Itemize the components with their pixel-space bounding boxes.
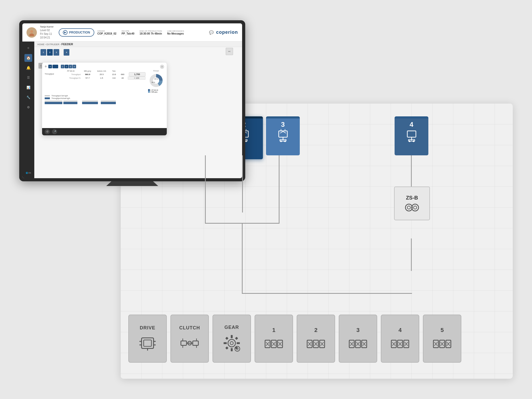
feeder-tab-2[interactable]: 2	[65, 65, 68, 68]
svg-point-28	[412, 204, 418, 211]
svg-rect-54	[225, 347, 228, 350]
sidebar-home[interactable]: 🏠	[24, 54, 32, 62]
svg-text:38 %: 38 %	[151, 82, 155, 83]
mini-feeder-2[interactable]: 2	[47, 49, 53, 56]
order-info: ORDER COP_K2019_02	[97, 30, 116, 35]
legend-item-1: 1 PP MI 20	[148, 89, 164, 91]
svg-point-25	[409, 140, 410, 142]
barrel-5-box[interactable]: 5	[423, 315, 461, 363]
popup-bottom-bar: ⏱ 🎤	[42, 128, 167, 135]
sidebar-icon-1: ⚙	[24, 44, 32, 52]
svg-point-27	[405, 204, 412, 211]
recipe-info: RECIPE PP_Talc40	[122, 30, 134, 35]
drive-box[interactable]: DRIVE	[128, 315, 167, 363]
svg-point-46	[228, 340, 236, 347]
gear-box[interactable]: GEAR	[212, 315, 251, 363]
mini-vacuum[interactable]: VAC	[226, 48, 233, 55]
bar-group-2	[63, 101, 81, 104]
svg-point-30	[414, 206, 417, 209]
user-info: Tanja Karrer Level 02 Fri Sep 11 10:54:2…	[40, 25, 56, 39]
feeder-tab-1[interactable]: 1	[61, 65, 64, 68]
popup-close-button[interactable]: ×	[160, 65, 164, 69]
feeder-tab-3[interactable]: 3	[69, 65, 72, 68]
svg-rect-15	[279, 131, 287, 137]
throughput-popup: × ⚙ ≡	[42, 63, 167, 135]
language-indicator[interactable]: 🌐 EN	[26, 172, 31, 174]
end-production-info: END OF PRODUCTION 18:30:00 7h 48min	[139, 30, 162, 35]
legend-item-2: 2 MB grey	[148, 91, 164, 93]
svg-rect-53	[235, 337, 238, 340]
sidebar-list[interactable]: ☰	[24, 74, 32, 82]
mini-feeder-1[interactable]: 1	[41, 49, 46, 56]
svg-point-104	[29, 33, 34, 36]
mic-button[interactable]: 🎤	[52, 129, 57, 134]
popup-tab-icon[interactable]: ≡	[48, 65, 52, 68]
svg-point-18	[280, 140, 282, 142]
speed-button[interactable]: ⏱	[45, 129, 50, 134]
pie-chart: 20 % 38 %	[148, 72, 164, 89]
chat-icon[interactable]: 💬	[209, 30, 214, 35]
zsb-box[interactable]: ZS-B	[394, 187, 430, 220]
barrel-3-box[interactable]: 3	[339, 315, 377, 363]
svg-rect-32	[144, 340, 151, 346]
monitor-stand	[106, 181, 158, 186]
popup-tab-bar	[52, 65, 58, 68]
bar-group-3	[82, 101, 100, 104]
svg-rect-50	[224, 342, 227, 344]
bar-group-1	[45, 101, 62, 104]
barrel-1-box[interactable]: 1	[255, 315, 293, 363]
svg-rect-51	[237, 342, 240, 344]
breadcrumb: HOME › EXTRUDER › FEEDER	[34, 42, 242, 47]
line-messages-info: LINE MESSAGES No Messages	[167, 30, 184, 35]
svg-rect-39	[193, 341, 198, 345]
svg-rect-49	[231, 348, 232, 351]
feeder-tab-4[interactable]: 4	[72, 65, 76, 68]
large-feeder-4[interactable]: 4	[395, 116, 428, 155]
user-avatar	[26, 27, 37, 38]
sidebar-gear[interactable]: ⚙	[24, 103, 32, 111]
sidebar-bell[interactable]: 🔔	[24, 64, 32, 72]
svg-point-103	[30, 30, 33, 33]
svg-rect-48	[231, 335, 232, 338]
sidebar-wrench[interactable]: 🔧	[24, 94, 32, 101]
sidebar: ⚙ 🏠 🔔 ☰ 📊 🔧 ⚙ 🌐 EN	[22, 42, 34, 178]
filter-icon[interactable]: ⚙	[45, 65, 47, 68]
barrel-2-box[interactable]: 2	[297, 315, 335, 363]
svg-point-11	[245, 140, 247, 142]
svg-point-19	[284, 140, 286, 142]
svg-rect-22	[407, 131, 416, 137]
svg-point-26	[413, 140, 414, 142]
svg-rect-52	[225, 337, 228, 340]
play-icon: ▶	[63, 30, 68, 35]
svg-point-29	[407, 206, 410, 209]
svg-point-56	[235, 346, 240, 351]
barrel-4-box[interactable]: 4	[381, 315, 419, 363]
production-button[interactable]: ▶ PRODUCTION	[59, 28, 94, 37]
sidebar-chart[interactable]: 📊	[24, 84, 32, 91]
svg-point-47	[230, 342, 233, 345]
svg-rect-38	[181, 341, 187, 345]
mini-feeder-4[interactable]: 4	[64, 49, 69, 56]
large-feeder-3[interactable]: 3	[266, 116, 300, 155]
svg-text:20 %: 20 %	[154, 78, 158, 80]
mini-feeder-3[interactable]: 3	[54, 49, 59, 56]
bar-group-4	[101, 101, 118, 104]
clutch-box[interactable]: CLUTCH	[170, 315, 209, 363]
